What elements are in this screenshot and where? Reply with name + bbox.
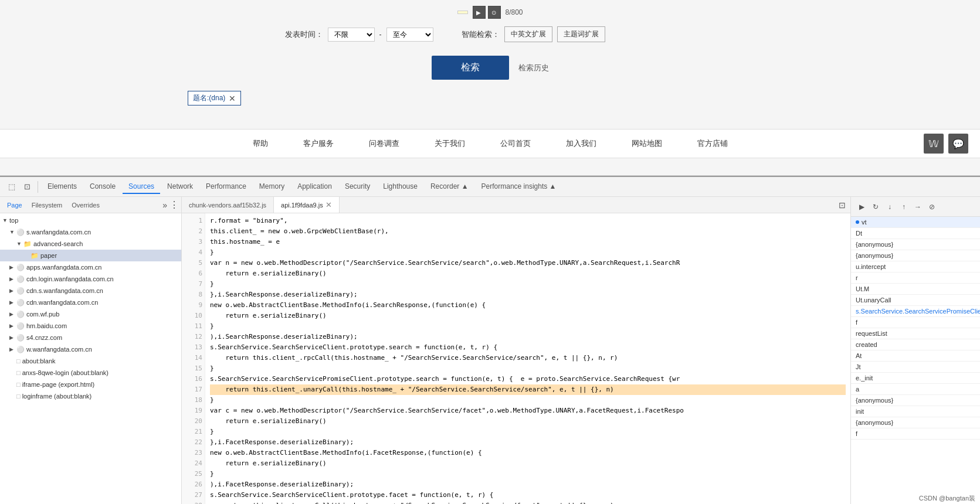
tab-elements[interactable]: Elements [42, 180, 83, 194]
device-toggle-btn[interactable]: ⊡ [20, 180, 34, 194]
weibo-icon-btn[interactable]: 𝕎 [924, 134, 944, 154]
nav-shop[interactable]: 官方店铺 [697, 138, 728, 149]
code-line: new o.web.AbstractClientBase.MethodInfo(… [210, 300, 846, 311]
call-stack-item[interactable]: Jt [851, 362, 980, 373]
line-number: 28 [182, 500, 202, 504]
call-stack-item[interactable]: s.SearchService.SearchServicePromiseClie… [851, 306, 980, 317]
call-stack-item[interactable]: a [851, 384, 980, 395]
tree-arrow: ▼ [2, 217, 9, 223]
nav-customer-service[interactable]: 客户服务 [303, 138, 334, 149]
search-history-link[interactable]: 检索历史 [518, 63, 549, 73]
tree-item-cdn-wanfang[interactable]: ▶ ⚪ cdn.wanfangdata.com.cn [0, 297, 181, 308]
tree-arrow: ▶ [9, 346, 16, 352]
call-stack-item[interactable]: created [851, 339, 980, 350]
call-stack-item[interactable]: e._init [851, 373, 980, 384]
inspect-element-btn[interactable]: ⬚ [5, 180, 19, 194]
tab-security[interactable]: Security [339, 180, 376, 194]
call-stack-item[interactable]: r [851, 273, 980, 284]
nav-survey[interactable]: 问卷调查 [369, 138, 399, 149]
step-into-btn[interactable]: ↓ [884, 201, 896, 213]
tree-item-loginframe[interactable]: □ loginframe (about:blank) [0, 390, 181, 402]
call-stack-item[interactable]: requestList [851, 328, 980, 339]
tab-recorder[interactable]: Recorder ▲ [425, 180, 474, 194]
tree-item-iframe-page[interactable]: □ iframe-page (export.html) [0, 379, 181, 390]
tree-item-hm-baidu[interactable]: ▶ ⚪ hm.baidu.com [0, 320, 181, 332]
tree-item-cdn-s-wanfang[interactable]: ▶ ⚪ cdn.s.wanfangdata.com.cn [0, 285, 181, 297]
nav-help[interactable]: 帮助 [253, 138, 268, 149]
line-number: 24 [182, 458, 202, 469]
step-over-btn[interactable]: ↻ [870, 201, 881, 213]
step-btn[interactable]: ⊙ [487, 6, 500, 19]
call-stack-item[interactable]: f [851, 317, 980, 328]
tab-memory[interactable]: Memory [253, 180, 290, 194]
code-tab-api[interactable]: api.1f9fdaa9.js ✕ [274, 197, 340, 213]
nav-home[interactable]: 公司首页 [500, 138, 531, 149]
tab-application[interactable]: Application [291, 180, 338, 194]
code-tab-chunk-vendors[interactable]: chunk-vendors.aaf15b32.js [182, 197, 274, 213]
wechat-icon-btn[interactable]: 💬 [948, 134, 968, 154]
middle-panel: chunk-vendors.aaf15b32.js api.1f9fdaa9.j… [182, 197, 851, 504]
call-stack-item[interactable]: f [851, 428, 980, 440]
call-stack-item[interactable]: At [851, 350, 980, 362]
nav-about[interactable]: 关于我们 [435, 138, 465, 149]
topic-expand-btn[interactable]: 主题词扩展 [557, 26, 605, 42]
tab-lighthouse[interactable]: Lighthouse [377, 180, 423, 194]
tab-performance-insights[interactable]: Performance insights ▲ [476, 180, 562, 194]
lp-options-btn[interactable]: ⋮ [169, 199, 179, 210]
resume-execution-btn[interactable]: ▶ [856, 201, 867, 213]
tree-item-cdn-login-wanfang[interactable]: ▶ ⚪ cdn.login.wanfangdata.com.cn [0, 273, 181, 285]
call-stack-item[interactable]: u.intercept [851, 261, 980, 273]
tree-arrow: ▶ [9, 311, 16, 317]
deactivate-breakpoints-btn[interactable]: ⊘ [926, 201, 938, 213]
tree-item-about-blank[interactable]: □ about:blank [0, 355, 181, 367]
tree-item-com-wf-pub[interactable]: ▶ ⚪ com.wf.pub [0, 308, 181, 320]
left-panel: Page Filesystem Overrides » ⋮ ▼ top ▼ ⚪ … [0, 197, 182, 504]
tree-item-apps-wanfang[interactable]: ▶ ⚪ apps.wanfangdata.com.cn [0, 261, 181, 273]
tab-network[interactable]: Network [161, 180, 199, 194]
folder-icon: ⚪ [16, 334, 25, 342]
call-stack-item[interactable]: vt [851, 217, 980, 228]
code-content[interactable]: r.format = "binary",this.client_ = new o… [205, 213, 850, 504]
tree-label: apps.wanfangdata.com.cn [26, 264, 101, 271]
tree-item-s4-cnzz[interactable]: ▶ ⚪ s4.cnzz.com [0, 332, 181, 343]
tab-sources[interactable]: Sources [123, 180, 160, 194]
tree-label: cdn.wanfangdata.com.cn [26, 299, 98, 306]
nav-join[interactable]: 加入我们 [566, 138, 596, 149]
code-line: return e.serializeBinary() [210, 458, 846, 469]
tab-console[interactable]: Console [84, 180, 121, 194]
file-icon: □ [16, 369, 21, 376]
tree-item-w-wanfang[interactable]: ▶ ⚪ w.wanfangdata.com.cn [0, 343, 181, 355]
tag-close-btn[interactable]: ✕ [229, 94, 236, 103]
tab-close-btn[interactable]: ✕ [325, 200, 332, 209]
tree-item-anxs-login[interactable]: □ anxs-8qwe-login (about:blank) [0, 367, 181, 379]
lp-more-btn[interactable]: » [162, 200, 167, 210]
tab-performance[interactable]: Performance [200, 180, 252, 194]
nav-sitemap[interactable]: 网站地图 [632, 138, 662, 149]
step-out-btn[interactable]: ↑ [898, 201, 910, 213]
call-stack-item[interactable]: {anonymous} [851, 417, 980, 428]
tree-item-advanced-search[interactable]: ▼ 📁 advanced-search [0, 238, 181, 250]
call-stack-item[interactable]: init [851, 406, 980, 417]
tree-item-s-wanfang[interactable]: ▼ ⚪ s.wanfangdata.com.cn [0, 226, 181, 238]
end-time-select[interactable]: 至今 [386, 28, 433, 42]
code-expand-btn[interactable]: ⊡ [834, 200, 850, 210]
call-stack-label: init [856, 408, 864, 415]
search-button[interactable]: 检索 [432, 56, 509, 80]
call-stack-item[interactable]: {anonymous} [851, 250, 980, 261]
lp-tab-overrides[interactable]: Overrides [67, 200, 104, 210]
resume-btn[interactable]: ▶ [472, 6, 485, 19]
call-stack-item[interactable]: Dt [851, 228, 980, 239]
lp-tab-page[interactable]: Page [2, 200, 27, 210]
call-stack-item[interactable]: Ut.unaryCall [851, 295, 980, 306]
call-stack-item[interactable]: Ut.M [851, 284, 980, 295]
chinese-expand-btn[interactable]: 中英文扩展 [504, 26, 552, 42]
lp-tab-filesystem[interactable]: Filesystem [27, 200, 67, 210]
start-time-select[interactable]: 不限 [328, 28, 375, 42]
tree-label: top [9, 217, 18, 224]
code-line: return e.serializeBinary() [210, 311, 846, 321]
tree-item-top[interactable]: ▼ top [0, 214, 181, 226]
call-stack-item[interactable]: {anonymous} [851, 239, 980, 250]
step-btn[interactable]: → [912, 201, 924, 213]
call-stack-item[interactable]: {anonymous} [851, 395, 980, 406]
tree-item-paper[interactable]: 📁 paper [0, 250, 181, 261]
